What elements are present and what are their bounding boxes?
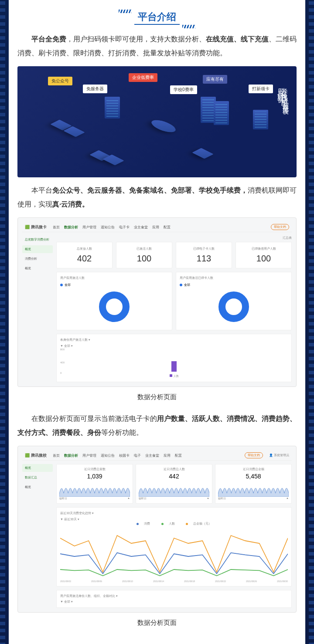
dash2-nav: 首页 数据分析 用户管理 通知公告 校园卡 电子 业主食堂 应用 配置 [53, 453, 239, 458]
section-title: 平台介绍 [17, 10, 297, 24]
nav2-0[interactable]: 首页 [53, 453, 60, 458]
nav-notice[interactable]: 通知公告 [101, 225, 115, 230]
donut-chart-right: 用户应用激活已绑卡人数 全部 [176, 272, 292, 330]
mini-1: 近日消费总人数 442 较昨日▲ [136, 464, 212, 504]
dash1-sidebar: 总览数字消费分析 概览 消费分析 概览 [22, 236, 53, 382]
dash1-header: 🟩 腾讯微卡 首页 数据分析 用户管理 通知公告 电子卡 业主食堂 应用 配置 … [22, 222, 292, 232]
caption-2: 数据分析页面 [17, 619, 297, 627]
nav2-3[interactable]: 通知公告 [101, 453, 115, 458]
stat-3: 已绑微信用户人数100 [236, 242, 292, 268]
hero-tag-0: 免公众号 [48, 77, 72, 85]
nav2-4[interactable]: 校园卡 [119, 453, 130, 458]
p1-bold2: 在线充值、线下充值 [206, 35, 269, 43]
hero-tag-3: 学校0费率 [170, 85, 197, 94]
section-title-text: 平台介绍 [134, 10, 180, 25]
stat-row: 总发放人数402 已激活人数100 已绑电子卡人数113 已绑微信用户人数100 [56, 242, 292, 268]
line-chart: 最近30天消费变化趋势 ▾ ▼ 最近30天 ▾ 消费 人数 总金额（元） [56, 507, 292, 586]
stat-2: 已绑电子卡人数113 [176, 242, 232, 268]
bottom-chart: 用户应用激活身份人数、组织、金额对比 ▾ ▼ 全部 ▾ [56, 590, 292, 608]
nav-home[interactable]: 首页 [53, 225, 60, 230]
intro-paragraph-1: 平台全免费，用户扫码领卡即可使用，支持大数据分析、在线充值、线下充值、二维码消费… [17, 32, 297, 60]
donut-chart-left: 用户应用激活人数 全部 [56, 272, 172, 330]
hero-tag-5: 打新领卡 [249, 85, 273, 93]
side-item-1[interactable]: 消费分析 [22, 255, 53, 263]
p1-t1: ，用户扫码领卡即可使用，支持大数据分析、 [66, 35, 206, 43]
nav2-6[interactable]: 业主食堂 [145, 453, 159, 458]
hero-tag-4: 应有尽有 [203, 75, 227, 84]
help-pill[interactable]: 帮助文档 [271, 224, 289, 230]
hero-slogan: 开启数字化建设 [276, 96, 290, 105]
user-name[interactable]: 系统管理员 [274, 454, 289, 457]
nav2-5[interactable]: 电子 [134, 453, 141, 458]
donut-icon [99, 291, 130, 322]
stat-1: 已激活人数100 [116, 242, 172, 268]
nav2-2[interactable]: 用户管理 [82, 453, 96, 458]
bar-chart-area: 各身份用户激活人数 ▾ ▼ 全部 ▾ 800 400 0 人数 [56, 334, 292, 382]
donut-icon [218, 291, 249, 322]
caption-1: 数据分析页面 [17, 393, 297, 401]
side2-0[interactable]: 概览 [22, 464, 53, 472]
p3-t2: 等分析功能。 [101, 429, 143, 436]
p2-bold1: 免公众号、免云服务器、免备案域名、免部署、学校免手续费， [52, 186, 248, 194]
side-top[interactable]: 总览数字消费分析 [22, 236, 53, 244]
stat-0: 总发放人数402 [56, 242, 113, 268]
intro-paragraph-3: 在数据分析页面可显示当前激活电子卡的用户数量、活跃人数、消费情况、消费趋势、支付… [17, 412, 297, 440]
nav2-1[interactable]: 数据分析 [64, 453, 78, 458]
p2-bold2: 真·云消费。 [52, 200, 89, 208]
p3-t1: 在数据分析页面可显示当前激活电子卡的 [31, 415, 157, 422]
p1-bold1: 平台全免费 [31, 35, 66, 43]
nav-config[interactable]: 配置 [164, 225, 171, 230]
dashboard-screenshot-2: 🟩 腾讯微校 首页 数据分析 用户管理 通知公告 校园卡 电子 业主食堂 应用 … [17, 446, 297, 613]
nav-card[interactable]: 电子卡 [119, 225, 130, 230]
dash1-nav: 首页 数据分析 用户管理 通知公告 电子卡 业主食堂 应用 配置 [53, 225, 265, 230]
hero-tag-2: 企业低费率 [129, 73, 157, 82]
dash2-logo: 🟩 腾讯微校 [25, 453, 47, 458]
dash2-sidebar: 概览 数据汇总 概览 [22, 464, 53, 608]
nav2-7[interactable]: 应用 [164, 453, 171, 458]
nav-canteen[interactable]: 业主食堂 [134, 225, 148, 230]
hero-text: 腾讯微卡 开启数字化建设 [276, 79, 290, 164]
dashboard-screenshot-1: 🟩 腾讯微卡 首页 数据分析 用户管理 通知公告 电子卡 业主食堂 应用 配置 … [17, 217, 297, 387]
hero-banner: 免公众号 免服务器 企业低费率 学校0费率 应有尽有 打新领卡 腾讯微卡 开启数… [17, 66, 297, 177]
side2-1[interactable]: 数据汇总 [22, 474, 53, 481]
dash1-logo: 🟩 腾讯微卡 [25, 224, 47, 230]
side2-2[interactable]: 概览 [22, 483, 53, 491]
nav-users[interactable]: 用户管理 [82, 225, 96, 230]
dash2-header: 🟩 腾讯微校 首页 数据分析 用户管理 通知公告 校园卡 电子 业主食堂 应用 … [22, 451, 292, 461]
side-item-2[interactable]: 概览 [22, 264, 53, 272]
nav-analytics[interactable]: 数据分析 [64, 225, 78, 230]
side-item-0[interactable]: 概览 [22, 245, 53, 253]
nav2-8[interactable]: 配置 [175, 453, 182, 458]
mini-2: 近日消费总金额 5,458 较昨日▲ [215, 464, 292, 504]
mini-0: 近日消费总量数 1,039 较昨日▲ [56, 464, 133, 504]
help-pill-2[interactable]: 帮助文档 [245, 452, 263, 458]
hero-tag-1: 免服务器 [83, 85, 107, 93]
intro-paragraph-2: 本平台免公众号、免云服务器、免备案域名、免部署、学校免手续费，消费机联网即可使用… [17, 183, 297, 211]
p2-t1: 本平台 [31, 186, 52, 194]
summary-tag[interactable]: 汇总表 [56, 236, 292, 240]
hero-brand: 腾讯微卡 [276, 79, 290, 90]
nav-app[interactable]: 应用 [152, 225, 159, 230]
